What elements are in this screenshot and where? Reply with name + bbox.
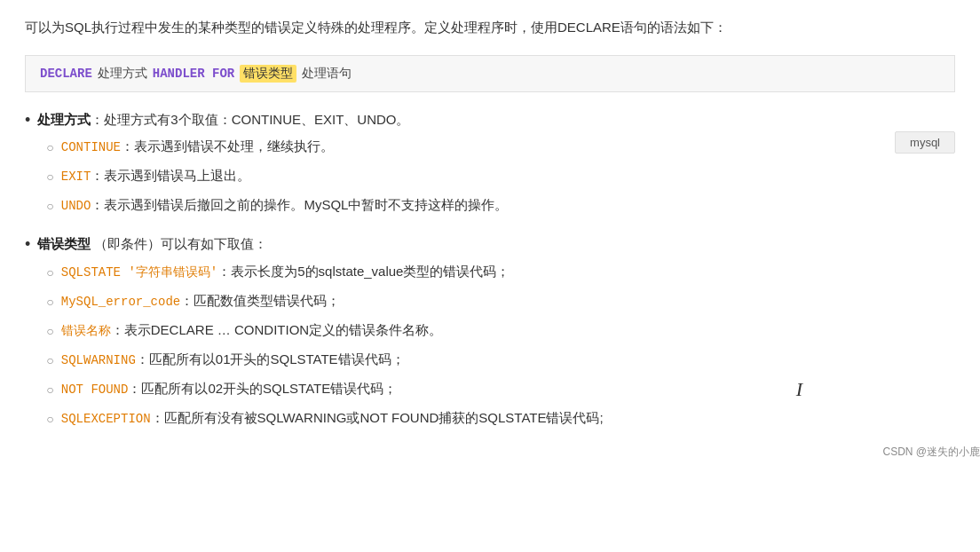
sub-notfound: ○ NOT FOUND：匹配所有以02开头的SQLSTATE错误代码； xyxy=(46,378,603,400)
sub-errorname: ○ 错误名称：表示DECLARE … CONDITION定义的错误条件名称。 xyxy=(46,319,603,342)
sub-sqlexception: ○ SQLEXCEPTION：匹配所有没有被SQLWARNING或NOT FOU… xyxy=(46,407,603,430)
sub-bullet-3: ○ xyxy=(46,196,53,217)
errorname-desc: ：表示DECLARE … CONDITION定义的错误条件名称。 xyxy=(111,322,442,337)
sub-continue: ○ CONTINUE：表示遇到错误不处理，继续执行。 xyxy=(46,136,508,158)
mysqlerror-desc: ：匹配数值类型错误代码； xyxy=(180,293,340,308)
sub-undo: ○ UNDO：表示遇到错误后撤回之前的操作。MySQL中暂时不支持这样的操作。 xyxy=(46,194,508,217)
intro-text: 可以为SQL执行过程中发生的某种类型的错误定义特殊的处理程序。定义处理程序时，使… xyxy=(25,16,955,39)
notfound-desc: ：匹配所有以02开头的SQLSTATE错误代码； xyxy=(128,381,397,396)
continue-desc: ：表示遇到错误不处理，继续执行。 xyxy=(121,138,334,154)
code-handler-stmt: 处理语句 xyxy=(302,66,352,82)
sub-exit: ○ EXIT：表示遇到错误马上退出。 xyxy=(46,165,508,187)
code-declare: DECLARE xyxy=(40,67,92,81)
sqlwarning-desc: ：匹配所有以01开头的SQLSTATE错误代码； xyxy=(136,351,405,367)
sub-bullet-9: ○ xyxy=(46,409,53,430)
handler-sub-list: ○ CONTINUE：表示遇到错误不处理，继续执行。 ○ EXIT：表示遇到错误… xyxy=(37,136,508,217)
csdn-watermark: CSDN @迷失的小鹿 xyxy=(882,445,980,460)
mysql-badge: mysql xyxy=(895,131,955,154)
sqlexception-desc: ：匹配所有没有被SQLWARNING或NOT FOUND捕获的SQLSTATE错… xyxy=(151,410,604,425)
sqlstate-desc: ：表示长度为5的sqlstate_value类型的错误代码； xyxy=(217,264,510,279)
sub-bullet-7: ○ xyxy=(46,351,53,371)
sub-sqlwarning: ○ SQLWARNING：匹配所有以01开头的SQLSTATE错误代码； xyxy=(46,349,603,371)
code-handler-way: 处理方式 xyxy=(98,66,147,82)
sub-sqlstate: ○ SQLSTATE '字符串错误码'：表示长度为5的sqlstate_valu… xyxy=(46,261,603,283)
sub-bullet-5: ○ xyxy=(46,292,53,312)
sub-bullet-4: ○ xyxy=(46,263,53,283)
undo-label: UNDO xyxy=(61,199,91,213)
section-handler: • 处理方式：处理方式有3个取值：CONTINUE、EXIT、UNDO。 ○ C… xyxy=(25,108,955,225)
term-handler: 处理方式 xyxy=(37,112,91,127)
undo-desc: ：表示遇到错误后撤回之前的操作。MySQL中暂时不支持这样的操作。 xyxy=(91,197,508,212)
term-errortype-desc: （即条件）可以有如下取值： xyxy=(91,236,267,251)
page-container: 可以为SQL执行过程中发生的某种类型的错误定义特殊的处理程序。定义处理程序时，使… xyxy=(0,0,980,461)
exit-label: EXIT xyxy=(61,170,91,184)
sqlexception-label: SQLEXCEPTION xyxy=(61,412,151,426)
sqlwarning-label: SQLWARNING xyxy=(61,353,136,367)
sub-bullet-1: ○ xyxy=(46,138,53,158)
sub-mysqlerror: ○ MySQL_error_code：匹配数值类型错误代码； xyxy=(46,290,603,312)
term-handler-desc: ：处理方式有3个取值：CONTINUE、EXIT、UNDO。 xyxy=(91,112,409,127)
errortype-sub-list: ○ SQLSTATE '字符串错误码'：表示长度为5的sqlstate_valu… xyxy=(37,261,603,430)
section-handler-content: 处理方式：处理方式有3个取值：CONTINUE、EXIT、UNDO。 ○ CON… xyxy=(37,108,508,225)
term-errortype: 错误类型 xyxy=(37,236,91,251)
code-handler-for: HANDLER FOR xyxy=(153,67,234,81)
section-errortype-content: 错误类型 （即条件）可以有如下取值： ○ SQLSTATE '字符串错误码'：表… xyxy=(37,233,603,437)
sub-bullet-8: ○ xyxy=(46,380,53,400)
errorname-label: 错误名称 xyxy=(61,324,111,338)
section-errortype: • 错误类型 （即条件）可以有如下取值： ○ SQLSTATE '字符串错误码'… xyxy=(25,233,955,437)
continue-label: CONTINUE xyxy=(61,140,121,154)
bullet-2: • xyxy=(25,233,30,256)
exit-desc: ：表示遇到错误马上退出。 xyxy=(91,168,250,183)
sqlstate-label: SQLSTATE '字符串错误码' xyxy=(61,265,217,280)
notfound-label: NOT FOUND xyxy=(61,382,129,397)
bullet-1: • xyxy=(25,108,30,132)
sub-bullet-6: ○ xyxy=(46,321,53,342)
main-list: • 处理方式：处理方式有3个取值：CONTINUE、EXIT、UNDO。 ○ C… xyxy=(25,108,955,438)
mysqlerror-label: MySQL_error_code xyxy=(61,295,180,309)
code-block: DECLARE 处理方式 HANDLER FOR 错误类型 处理语句 xyxy=(25,55,955,92)
sub-bullet-2: ○ xyxy=(46,167,53,187)
code-error-type: 错误类型 xyxy=(240,65,296,83)
